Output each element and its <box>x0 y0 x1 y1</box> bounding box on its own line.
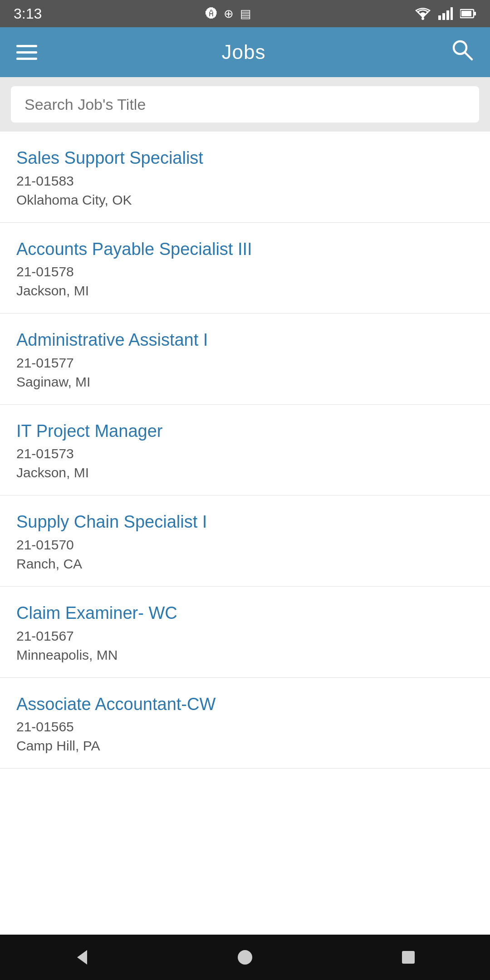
job-title: Accounts Payable Specialist III <box>16 239 474 260</box>
job-id: 21-01583 <box>16 173 474 189</box>
svg-rect-7 <box>461 11 471 16</box>
recent-apps-button[interactable] <box>390 939 426 975</box>
battery-icon <box>460 9 476 19</box>
job-id: 21-01577 <box>16 355 474 371</box>
job-id: 21-01573 <box>16 446 474 461</box>
svg-line-9 <box>465 52 472 59</box>
job-list: Sales Support Specialist21-01583Oklahoma… <box>0 132 490 935</box>
job-list-item[interactable]: Associate Accountant-CW21-01565Camp Hill… <box>0 678 490 769</box>
job-list-item[interactable]: IT Project Manager21-01573Jackson, MI <box>0 405 490 496</box>
job-location: Ranch, CA <box>16 556 474 572</box>
job-id: 21-01565 <box>16 719 474 735</box>
home-button[interactable] <box>227 939 263 975</box>
job-id: 21-01578 <box>16 264 474 279</box>
svg-point-0 <box>421 17 424 20</box>
signal-icon <box>438 7 453 20</box>
bottom-nav-bar <box>0 935 490 980</box>
drm-icon: ⊕ <box>224 7 234 21</box>
job-id: 21-01567 <box>16 628 474 644</box>
job-list-item[interactable]: Accounts Payable Specialist III21-01578J… <box>0 223 490 314</box>
job-list-item[interactable]: Claim Examiner- WC21-01567Minneapolis, M… <box>0 587 490 678</box>
wifi-icon <box>415 7 431 20</box>
search-icon[interactable] <box>450 38 474 67</box>
hamburger-line-2 <box>16 51 37 54</box>
job-location: Oklahoma City, OK <box>16 192 474 208</box>
job-location: Jackson, MI <box>16 283 474 299</box>
job-location: Camp Hill, PA <box>16 738 474 754</box>
job-title: IT Project Manager <box>16 421 474 442</box>
svg-rect-3 <box>446 10 449 20</box>
search-bar-container <box>0 77 490 132</box>
status-bar: 3:13 🅐 ⊕ ▤ <box>0 0 490 27</box>
svg-rect-1 <box>438 15 441 20</box>
notification-a-icon: 🅐 <box>206 7 217 21</box>
hamburger-line-1 <box>16 45 37 47</box>
job-list-item[interactable]: Sales Support Specialist21-01583Oklahoma… <box>0 132 490 223</box>
job-location: Jackson, MI <box>16 465 474 480</box>
job-id: 21-01570 <box>16 537 474 553</box>
hamburger-line-3 <box>16 58 37 60</box>
job-title: Claim Examiner- WC <box>16 603 474 624</box>
job-title: Associate Accountant-CW <box>16 694 474 715</box>
app-bar-title: Jobs <box>222 41 266 64</box>
hamburger-menu-button[interactable] <box>16 45 37 60</box>
app-bar: Jobs <box>0 27 490 77</box>
job-list-item[interactable]: Supply Chain Specialist I21-01570Ranch, … <box>0 495 490 587</box>
svg-rect-12 <box>402 951 415 964</box>
search-input[interactable] <box>11 86 479 122</box>
job-list-item[interactable]: Administrative Assistant I21-01577Sagina… <box>0 314 490 405</box>
sim-icon: ▤ <box>240 7 251 21</box>
back-button[interactable] <box>64 939 100 975</box>
job-title: Sales Support Specialist <box>16 148 474 169</box>
status-left-icons: 🅐 ⊕ ▤ <box>206 7 251 21</box>
svg-point-11 <box>238 950 252 965</box>
job-title: Administrative Assistant I <box>16 330 474 351</box>
job-location: Minneapolis, MN <box>16 647 474 663</box>
svg-rect-4 <box>451 7 453 20</box>
job-location: Saginaw, MI <box>16 374 474 390</box>
svg-marker-10 <box>77 950 87 965</box>
status-time: 3:13 <box>14 5 42 22</box>
status-right-icons <box>415 7 476 20</box>
svg-rect-2 <box>442 13 445 20</box>
svg-rect-6 <box>474 12 476 15</box>
job-title: Supply Chain Specialist I <box>16 512 474 533</box>
